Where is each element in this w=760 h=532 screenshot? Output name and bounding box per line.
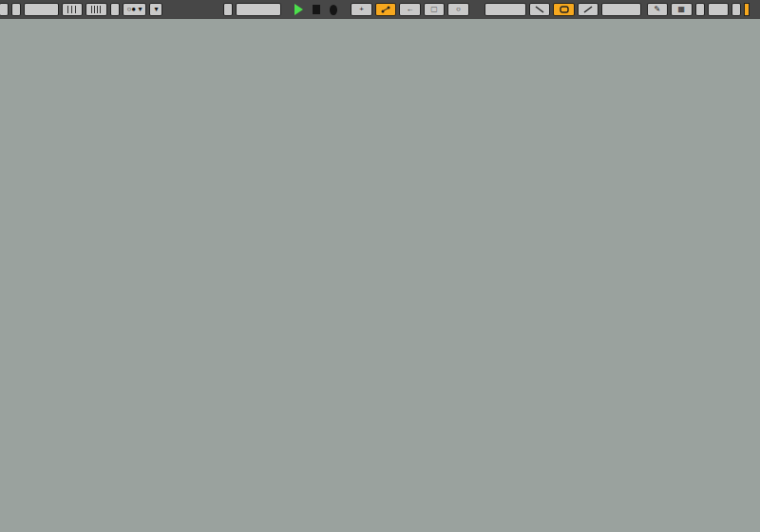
play-button[interactable] (294, 4, 303, 15)
re-enable-automation-icon[interactable]: ← (399, 3, 420, 16)
cpu-meter (744, 3, 750, 16)
loop-switch-icon[interactable] (553, 3, 574, 16)
cpu-load (752, 4, 760, 15)
nudge-down-icon[interactable] (62, 3, 83, 16)
loop-length-field[interactable] (601, 3, 640, 16)
quantization-menu[interactable]: ▾ (149, 3, 162, 16)
computer-midi-keyboard-icon[interactable]: ▦ (671, 3, 692, 16)
link-button[interactable] (0, 3, 9, 16)
automation-arm-icon[interactable] (375, 3, 396, 16)
loop-start-field[interactable] (484, 3, 526, 16)
punch-in-icon[interactable] (529, 3, 550, 16)
midi-map-button[interactable] (732, 3, 741, 16)
key-map-button[interactable] (695, 3, 705, 16)
tap-tempo-button[interactable] (11, 3, 21, 16)
capture-midi-icon[interactable]: ▢ (424, 3, 445, 16)
nudge-up-icon[interactable] (86, 3, 106, 16)
key-indicator (708, 3, 729, 16)
phase-nudge-buttons[interactable] (223, 3, 233, 16)
record-button[interactable] (330, 5, 338, 15)
ableton-live-window: ○● ▾ ▾ + ← ▢ ○ ✎ ▦ (0, 0, 760, 532)
metronome-icon[interactable]: ○● ▾ (123, 3, 147, 16)
arrangement-position-field[interactable] (236, 3, 280, 16)
session-record-icon[interactable]: ○ (447, 3, 468, 16)
punch-out-icon[interactable] (578, 3, 598, 16)
overdub-plus-icon[interactable]: + (351, 3, 371, 16)
draw-mode-icon[interactable]: ✎ (647, 3, 668, 16)
stop-button[interactable] (313, 5, 320, 14)
tempo-field[interactable] (24, 3, 59, 16)
transport-bar: ○● ▾ ▾ + ← ▢ ○ ✎ ▦ (0, 0, 760, 19)
time-signature-field[interactable] (110, 3, 120, 16)
